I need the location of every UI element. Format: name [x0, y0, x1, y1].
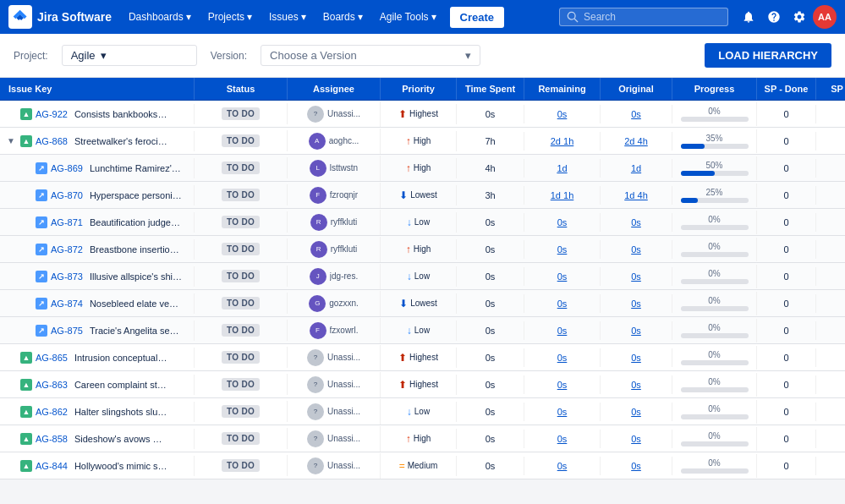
status-badge[interactable]: TO DO [222, 324, 260, 337]
original-cell[interactable]: 0s [601, 457, 672, 475]
nav-agile-tools[interactable]: Agile Tools ▾ [373, 8, 443, 26]
expand-button[interactable]: ▼ [7, 136, 17, 146]
remaining-cell[interactable]: 0s [524, 457, 601, 475]
original-link[interactable]: 0s [631, 109, 641, 119]
remaining-link[interactable]: 0s [557, 434, 568, 444]
original-link[interactable]: 0s [631, 461, 641, 471]
original-cell[interactable]: 0s [601, 348, 672, 367]
issue-key[interactable]: AG-865 [36, 353, 68, 363]
remaining-cell[interactable]: 0s [524, 267, 601, 286]
original-link[interactable]: 2d 4h [624, 136, 648, 146]
original-link[interactable]: 0s [631, 407, 641, 417]
search-input[interactable] [584, 11, 694, 23]
issue-key[interactable]: AG-875 [51, 326, 83, 336]
status-badge[interactable]: TO DO [222, 378, 260, 391]
original-link[interactable]: 0s [631, 299, 641, 309]
remaining-link[interactable]: 0s [557, 217, 568, 227]
remaining-cell[interactable]: 0s [524, 403, 601, 421]
remaining-link[interactable]: 1d [557, 163, 567, 173]
issue-key[interactable]: AG-872 [51, 244, 83, 255]
remaining-cell[interactable]: 0s [524, 105, 601, 123]
user-avatar[interactable]: AA [813, 5, 837, 29]
remaining-link[interactable]: 0s [557, 461, 568, 471]
remaining-cell[interactable]: 0s [524, 294, 601, 313]
nav-projects[interactable]: Projects ▾ [201, 8, 259, 26]
status-badge[interactable]: TO DO [222, 405, 260, 418]
remaining-cell[interactable]: 1d [524, 159, 601, 178]
status-badge[interactable]: TO DO [222, 189, 260, 201]
app-logo[interactable]: Jira Software [8, 5, 112, 29]
version-select[interactable]: Choose a Version ▾ [261, 45, 480, 66]
remaining-link[interactable]: 0s [557, 407, 568, 417]
remaining-link[interactable]: 0s [557, 326, 568, 336]
search-bar[interactable] [559, 8, 728, 26]
original-link[interactable]: 1d [631, 163, 641, 173]
original-link[interactable]: 0s [631, 217, 641, 227]
remaining-cell[interactable]: 0s [524, 240, 601, 259]
issue-key[interactable]: AG-862 [36, 407, 68, 417]
issue-key[interactable]: AG-869 [51, 163, 83, 173]
issue-key[interactable]: AG-870 [51, 190, 83, 200]
original-cell[interactable]: 0s [601, 403, 672, 421]
remaining-link[interactable]: 0s [557, 271, 568, 282]
status-badge[interactable]: TO DO [222, 270, 260, 282]
original-link[interactable]: 0s [631, 271, 641, 282]
original-cell[interactable]: 0s [601, 105, 672, 123]
remaining-cell[interactable]: 0s [524, 321, 601, 340]
issue-key[interactable]: AG-873 [51, 271, 83, 282]
original-link[interactable]: 0s [631, 353, 641, 363]
original-cell[interactable]: 1d 4h [601, 186, 672, 205]
nav-issues[interactable]: Issues ▾ [262, 8, 313, 26]
project-select[interactable]: Agile ▾ [62, 45, 197, 66]
remaining-link[interactable]: 0s [557, 380, 568, 390]
original-link[interactable]: 0s [631, 434, 641, 444]
original-cell[interactable]: 0s [601, 430, 672, 448]
status-badge[interactable]: TO DO [222, 134, 260, 147]
status-badge[interactable]: TO DO [222, 459, 260, 472]
original-cell[interactable]: 0s [601, 375, 672, 394]
settings-button[interactable] [787, 5, 811, 29]
status-badge[interactable]: TO DO [222, 297, 260, 310]
load-hierarchy-button[interactable]: LOAD HIERARCHY [705, 43, 831, 68]
remaining-cell[interactable]: 0s [524, 375, 601, 394]
original-link[interactable]: 0s [631, 244, 641, 255]
original-cell[interactable]: 2d 4h [601, 132, 672, 151]
issue-key[interactable]: AG-871 [51, 217, 83, 227]
original-link[interactable]: 0s [631, 326, 641, 336]
issue-key[interactable]: AG-863 [36, 380, 68, 390]
original-cell[interactable]: 0s [601, 321, 672, 340]
status-badge[interactable]: TO DO [222, 432, 260, 445]
remaining-cell[interactable]: 0s [524, 430, 601, 448]
remaining-link[interactable]: 1d 1h [551, 190, 574, 200]
original-link[interactable]: 1d 4h [624, 190, 648, 200]
remaining-link[interactable]: 0s [557, 299, 568, 309]
nav-boards[interactable]: Boards ▾ [316, 8, 370, 26]
remaining-link[interactable]: 0s [557, 353, 568, 363]
original-cell[interactable]: 1d [601, 159, 672, 178]
remaining-link[interactable]: 0s [557, 244, 568, 255]
remaining-cell[interactable]: 0s [524, 348, 601, 367]
issue-key[interactable]: AG-844 [36, 461, 68, 471]
remaining-link[interactable]: 2d 1h [551, 136, 574, 146]
status-badge[interactable]: TO DO [222, 216, 260, 228]
issue-key[interactable]: AG-922 [36, 109, 68, 119]
original-link[interactable]: 0s [631, 380, 641, 390]
remaining-link[interactable]: 0s [557, 109, 568, 119]
original-cell[interactable]: 0s [601, 267, 672, 286]
remaining-cell[interactable]: 2d 1h [524, 132, 601, 151]
issue-key[interactable]: AG-858 [36, 434, 68, 444]
issue-key[interactable]: AG-868 [36, 136, 68, 146]
issue-key[interactable]: AG-874 [51, 299, 83, 309]
status-badge[interactable]: TO DO [222, 351, 260, 364]
original-cell[interactable]: 0s [601, 213, 672, 232]
status-badge[interactable]: TO DO [222, 107, 260, 120]
notifications-button[interactable] [737, 5, 760, 29]
original-cell[interactable]: 0s [601, 294, 672, 313]
nav-dashboards[interactable]: Dashboards ▾ [122, 8, 198, 26]
remaining-cell[interactable]: 0s [524, 213, 601, 232]
status-badge[interactable]: TO DO [222, 243, 260, 255]
status-badge[interactable]: TO DO [222, 162, 260, 174]
remaining-cell[interactable]: 1d 1h [524, 186, 601, 205]
help-button[interactable] [762, 5, 786, 29]
original-cell[interactable]: 0s [601, 240, 672, 259]
